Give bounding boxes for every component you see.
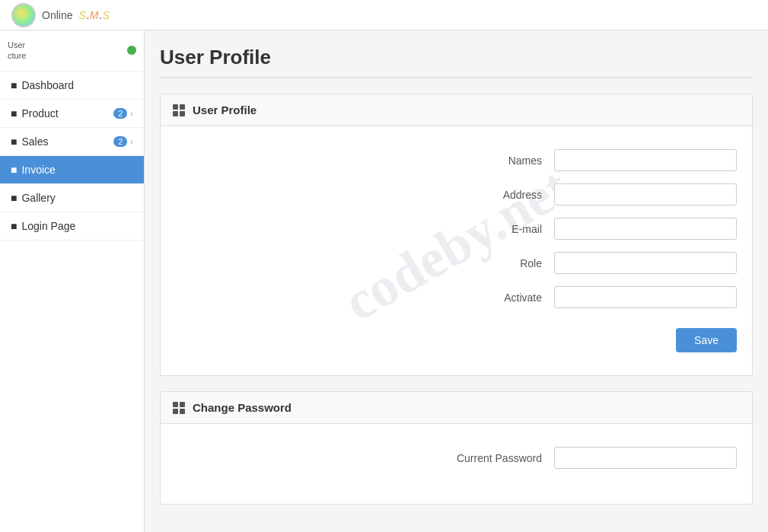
sidebar-item-product[interactable]: ■ Product 2 ‹: [0, 100, 144, 128]
gallery-icon: ■: [11, 192, 17, 204]
names-label: Names: [440, 155, 554, 167]
user-info: User cture: [8, 40, 26, 62]
sidebar-item-gallery[interactable]: ■ Gallery: [0, 184, 144, 212]
address-row: Address: [176, 183, 737, 205]
role-row: Role: [176, 252, 737, 274]
card-grid-icon: [173, 104, 185, 116]
sidebar-item-label: Dashboard: [21, 79, 74, 91]
change-password-card-header: Change Password: [161, 392, 752, 424]
main-content: User Profile User Profile codeby.net Nam…: [145, 30, 768, 532]
names-row: Names: [176, 149, 737, 171]
dashboard-icon: ■: [11, 79, 17, 91]
sidebar-item-login[interactable]: ■ Login Page: [0, 212, 144, 241]
current-password-label: Current Password: [440, 452, 554, 464]
user-section: User cture: [0, 30, 144, 72]
change-password-card-title: Change Password: [193, 401, 292, 414]
current-password-row: Current Password: [176, 447, 737, 469]
login-icon: ■: [11, 220, 17, 232]
invoice-icon: ■: [11, 164, 17, 176]
sidebar-item-label: Invoice: [21, 164, 55, 176]
page-title: User Profile: [160, 46, 753, 78]
email-row: E-mail: [176, 218, 737, 240]
user-status-dot: [127, 46, 136, 55]
email-label: E-mail: [440, 223, 554, 235]
role-input[interactable]: [554, 252, 737, 274]
sidebar-item-label: Gallery: [21, 192, 55, 204]
role-label: Role: [440, 257, 554, 269]
card-grid-icon-2: [173, 402, 185, 414]
sidebar-item-dashboard[interactable]: ■ Dashboard: [0, 72, 144, 100]
logo-online-text: Online: [42, 9, 72, 21]
header: Online S.M.S: [0, 0, 768, 30]
sales-badge: 2: [113, 136, 127, 147]
activate-row: Activate: [176, 286, 737, 308]
current-password-input[interactable]: [554, 447, 737, 469]
user-profile-card-body: codeby.net Names Address E-mail: [161, 126, 752, 375]
product-badge: 2: [113, 108, 127, 119]
product-icon: ■: [11, 107, 17, 119]
save-button[interactable]: Save: [676, 328, 737, 352]
email-input[interactable]: [554, 218, 737, 240]
layout: User cture ■ Dashboard ■ Product 2 ‹ ■: [0, 30, 768, 532]
change-password-card-body: Current Password: [161, 424, 752, 504]
logo-brand-text: S.M.S: [78, 7, 109, 23]
address-label: Address: [440, 189, 554, 201]
sidebar: User cture ■ Dashboard ■ Product 2 ‹ ■: [0, 30, 145, 532]
sales-icon: ■: [11, 135, 17, 148]
address-input[interactable]: [554, 183, 737, 205]
sidebar-item-label: Login Page: [21, 220, 75, 232]
profile-form: Names Address E-mail Role: [176, 149, 737, 352]
change-password-card: Change Password Current Password: [160, 391, 753, 505]
activate-input[interactable]: [554, 286, 737, 308]
sidebar-item-sales[interactable]: ■ Sales 2 ‹: [0, 128, 144, 156]
logo-circle-icon: [11, 3, 36, 27]
sidebar-item-label: Sales: [21, 135, 48, 148]
sidebar-item-invoice[interactable]: ■ Invoice: [0, 156, 144, 184]
user-profile-card-title: User Profile: [193, 104, 257, 116]
sales-chevron-icon: ‹: [130, 137, 133, 146]
logo: Online S.M.S: [11, 3, 110, 27]
user-profile-card-header: User Profile: [161, 94, 752, 126]
product-chevron-icon: ‹: [130, 109, 133, 118]
names-input[interactable]: [554, 149, 737, 171]
user-sub-label: cture: [8, 50, 26, 61]
activate-label: Activate: [440, 291, 554, 304]
user-profile-card: User Profile codeby.net Names Address E-…: [160, 94, 753, 376]
save-btn-row: Save: [176, 320, 737, 352]
user-label: User: [8, 40, 26, 50]
sidebar-item-label: Product: [21, 107, 58, 119]
